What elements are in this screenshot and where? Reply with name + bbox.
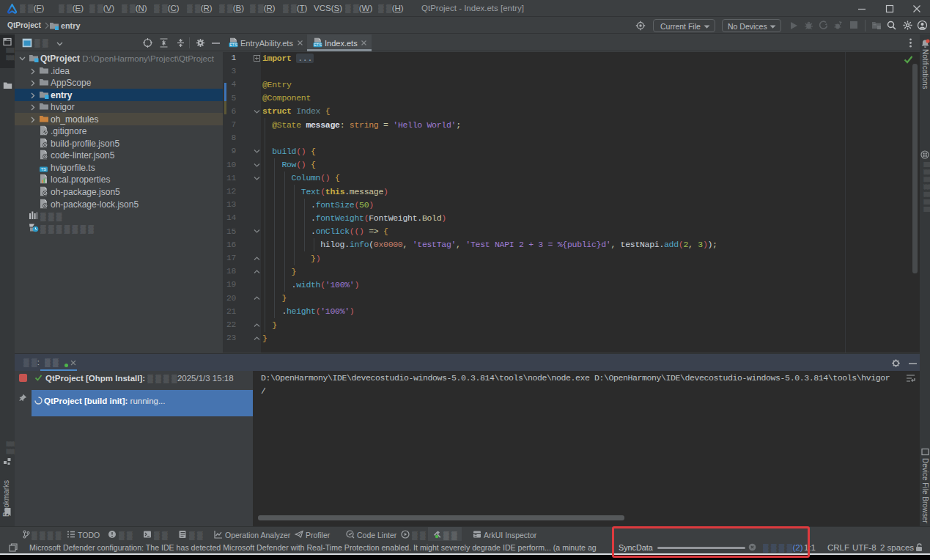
svg-text:TS: TS — [41, 167, 47, 172]
svg-text:ETS: ETS — [314, 43, 322, 47]
svg-text:ETS: ETS — [229, 43, 237, 47]
